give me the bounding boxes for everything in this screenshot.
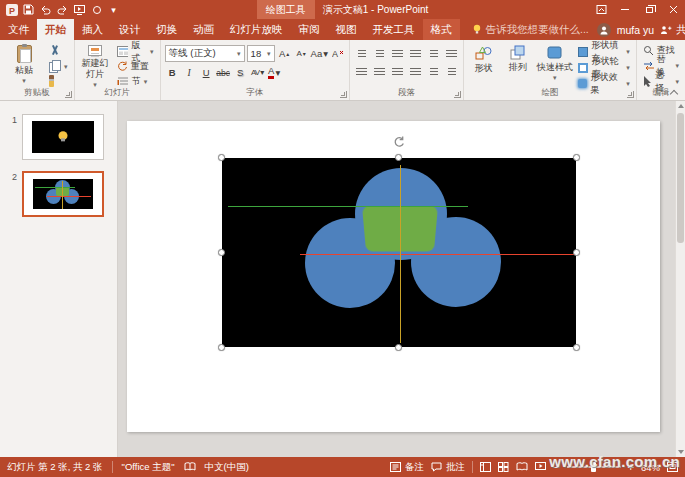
clear-formatting-button[interactable]: A [330,46,345,61]
start-slideshow-button[interactable] [71,0,88,19]
increase-font-button[interactable]: A▴ [277,46,292,61]
paragraph-dialog-launcher[interactable] [454,91,461,98]
tab-home[interactable]: 开始 [37,19,74,40]
reset-button[interactable]: 重置 [115,60,156,74]
clipboard-dialog-launcher[interactable] [65,91,72,98]
shapes-button[interactable]: 形状 [468,42,499,88]
share-button[interactable]: 共享 [660,23,685,37]
character-spacing-button[interactable]: AV▾ [250,65,265,80]
resize-handle-top-left[interactable] [218,154,225,161]
tab-design[interactable]: 设计 [111,19,148,40]
text-direction-icon [430,50,438,59]
font-size-combo[interactable]: 18▾ [247,45,275,62]
drawing-dialog-launcher[interactable] [627,91,634,98]
scroll-up-arrow[interactable] [678,104,684,108]
comments-button[interactable]: 批注 [431,461,465,474]
reading-view-button[interactable] [516,462,528,472]
language-indicator[interactable]: 中文(中国) [205,461,249,474]
italic-button[interactable]: I [182,65,197,80]
layout-button[interactable]: 版式▾ [115,44,156,59]
section-button[interactable]: 节▾ [115,75,156,89]
text-shadow-button[interactable]: S [233,65,248,80]
align-center-button[interactable] [372,65,387,79]
slide-editing-area[interactable] [118,101,685,457]
slide-canvas[interactable] [127,121,660,432]
format-painter-button[interactable] [47,74,70,88]
customize-quick-access-button[interactable]: ▾ [105,0,122,19]
strikethrough-button[interactable]: abc [216,65,231,80]
quick-styles-button[interactable]: 快速样式 ▾ [536,42,573,88]
tab-view[interactable]: 视图 [328,19,365,40]
minimize-button[interactable] [613,0,637,19]
tab-slideshow[interactable]: 幻灯片放映 [222,19,291,40]
resize-handle-bottom-left[interactable] [218,344,225,351]
line-spacing-button[interactable] [444,47,459,61]
resize-handle-bottom[interactable] [395,344,402,351]
paste-button[interactable]: 粘贴 ▾ [4,42,44,88]
tab-developer[interactable]: 开发工具 [365,19,423,40]
tab-file[interactable]: 文件 [0,19,37,40]
collapse-ribbon-button[interactable] [670,89,677,96]
theme-indicator[interactable]: "Office 主题" [122,461,175,474]
tab-insert[interactable]: 插入 [74,19,111,40]
justify-button[interactable] [408,65,423,79]
slide-thumbnail-2[interactable] [22,171,104,217]
cut-button[interactable] [47,44,70,58]
slide-sorter-view-button[interactable] [498,462,509,472]
user-name[interactable]: mufa yu [617,24,654,36]
svg-text:A: A [332,49,338,59]
new-slide-button[interactable]: 新建幻灯片 ▾ [79,42,112,88]
font-name-combo[interactable]: 等线 (正文)▾ [165,45,245,62]
bold-button[interactable]: B [165,65,180,80]
text-direction-button[interactable] [426,47,441,61]
resize-handle-right[interactable] [573,249,580,256]
numbering-button[interactable] [372,47,387,61]
vertical-scrollbar[interactable] [675,101,685,457]
arrange-button[interactable]: 排列 [502,42,533,88]
slideshow-view-button[interactable] [535,462,546,472]
bullets-button[interactable] [354,47,369,61]
save-button[interactable] [20,0,37,19]
tab-animations[interactable]: 动画 [185,19,222,40]
tell-me-box[interactable]: 告诉我您想要做什么... [464,19,597,40]
touch-mode-button[interactable] [88,0,105,19]
thumbnail-item-1[interactable]: 1 [0,110,117,167]
tab-format[interactable]: 格式 [423,19,460,40]
undo-button[interactable] [37,0,54,19]
scrollbar-thumb[interactable] [677,113,684,243]
convert-smartart-button[interactable] [444,65,459,79]
close-button[interactable] [661,0,685,19]
copy-button[interactable]: ▾ [47,59,70,73]
align-right-button[interactable] [390,65,405,79]
slide-thumbnail-1[interactable] [22,114,104,160]
scissors-icon [49,45,60,57]
font-color-button[interactable]: A▾ [267,65,282,80]
resize-handle-top-right[interactable] [573,154,580,161]
tab-transitions[interactable]: 切换 [148,19,185,40]
normal-view-button[interactable] [480,462,491,472]
increase-indent-button[interactable] [408,47,423,61]
columns-button[interactable] [426,65,441,79]
underline-button[interactable]: U [199,65,214,80]
slide-indicator[interactable]: 幻灯片 第 2 张, 共 2 张 [7,461,103,474]
resize-handle-bottom-right[interactable] [573,344,580,351]
redo-button[interactable] [54,0,71,19]
font-dialog-launcher[interactable] [340,91,347,98]
ribbon-display-options-button[interactable] [589,0,613,19]
tab-review[interactable]: 审阅 [291,19,328,40]
align-left-button[interactable] [354,65,369,79]
change-case-button[interactable]: Aa▾ [311,46,328,61]
resize-handle-top[interactable] [395,154,402,161]
rotate-handle[interactable] [393,136,405,148]
notes-button[interactable]: 备注 [390,461,424,474]
decrease-indent-button[interactable] [390,47,405,61]
slides-group-label: 幻灯片 [75,87,160,99]
selected-picture[interactable] [222,158,576,347]
spellcheck-indicator[interactable] [184,462,196,472]
decrease-font-button[interactable]: A▾ [294,46,309,61]
reset-icon [117,61,128,72]
thumbnail-item-2[interactable]: 2 [0,167,117,224]
resize-handle-left[interactable] [218,249,225,256]
user-avatar[interactable] [597,23,611,37]
restore-button[interactable] [637,0,661,19]
